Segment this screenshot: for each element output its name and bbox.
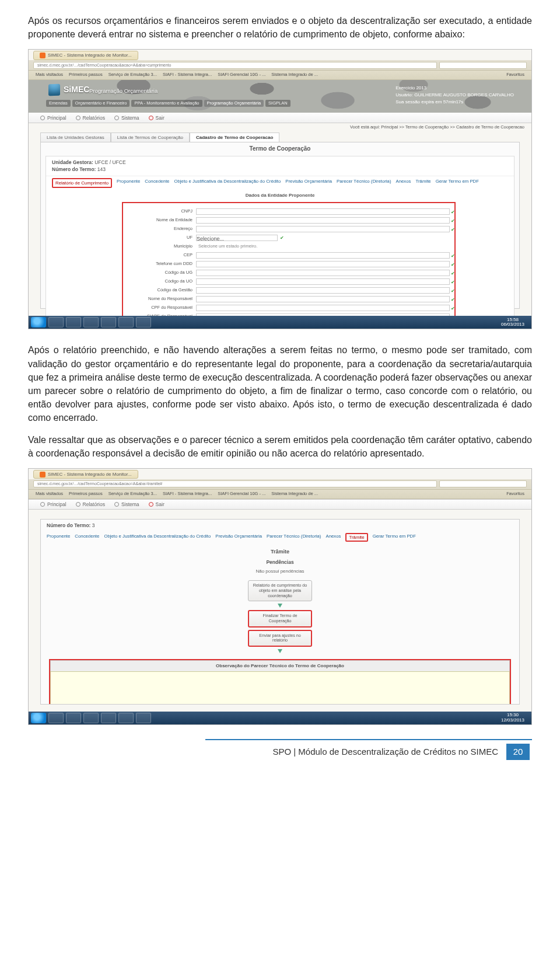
gear-icon — [114, 116, 119, 120]
nome-entidade-input[interactable]: ✔ — [196, 217, 450, 224]
observacao-textarea[interactable] — [50, 671, 510, 705]
start-button[interactable] — [31, 713, 46, 723]
nav-sistema[interactable]: Sistema — [114, 501, 139, 508]
taskbar-item[interactable] — [136, 713, 151, 723]
url-input[interactable]: simec.d.mec.gov.br/…/cadTermoCooperacao&… — [33, 480, 437, 487]
bookmark-item[interactable]: Serviço de Emulação 3... — [108, 72, 157, 78]
cpf-responsavel-input[interactable]: ✔ — [196, 305, 450, 311]
form-tab-tramite[interactable]: Trâmite — [345, 533, 368, 542]
endereco-input[interactable]: ✔ — [196, 226, 450, 232]
taskbar-item[interactable] — [66, 713, 81, 723]
form-tab[interactable]: Previsão Orçamentária — [215, 533, 262, 542]
codigo-ug-input[interactable]: ✔ — [196, 270, 450, 276]
bookmark-item[interactable]: Sistema Integrado de ... — [271, 491, 318, 497]
taskbar-item[interactable] — [83, 317, 99, 327]
bookmark-item[interactable]: Primeiros passos — [69, 491, 103, 497]
nav-sair[interactable]: Sair — [149, 114, 164, 121]
windows-taskbar: 15:30 12/03/2013 — [29, 712, 531, 724]
field-label: CPF do Responsável — [123, 305, 196, 311]
taskbar-item[interactable] — [101, 317, 116, 327]
inner-tabs: Lista de Unidades Gestoras Lista de Term… — [40, 133, 520, 142]
taskbar-item[interactable] — [136, 317, 151, 327]
gear-icon — [114, 502, 119, 507]
panel-tramite: Número do Termo: 3 Proponente Concedente… — [40, 519, 520, 705]
bookmark-favorites[interactable]: Favoritos — [506, 72, 524, 78]
nav-principal[interactable]: Principal — [40, 114, 66, 121]
bookmark-item[interactable]: SIAFI Gerencial 10G - ... — [218, 72, 265, 78]
inner-tab-active[interactable]: Cadastro de Termo de Cooperacao — [190, 133, 279, 142]
form-tabs: Proponente Concedente Objeto e Justifica… — [41, 531, 519, 543]
firefox-icon — [40, 53, 46, 58]
nav-relatorios[interactable]: Relatórios — [76, 114, 105, 121]
inner-tab[interactable]: Lista de Unidades Gestoras — [40, 133, 111, 142]
form-tab-relatorio[interactable]: Relatório de Cumprimento — [52, 178, 112, 188]
form-tab[interactable]: Objeto e Justificativa da Descentralizaç… — [174, 178, 281, 188]
bookmark-item[interactable]: SIAFI - Sistema Integra... — [163, 491, 212, 497]
nav-relatorios[interactable]: Relatórios — [76, 501, 105, 508]
cep-input[interactable]: ✔ — [196, 252, 450, 259]
footer-divider — [205, 739, 532, 740]
taskbar-item[interactable] — [48, 713, 64, 723]
taskbar-item[interactable] — [118, 317, 134, 327]
highlighted-form-area: CNPJ✔ Nome da Entidade✔ Endereço✔ UFSele… — [122, 202, 456, 329]
bookmark-item[interactable]: Mais visitados — [36, 72, 63, 78]
bookmark-favorites[interactable]: Favoritos — [506, 491, 524, 497]
nav-sair[interactable]: Sair — [149, 501, 164, 508]
check-icon: ✔ — [451, 270, 455, 277]
field-label: CNPJ — [123, 208, 196, 215]
cnpj-input[interactable]: ✔ — [196, 208, 450, 215]
form-tab[interactable]: Parecer Técnico (Diretoria) — [267, 533, 321, 542]
bookmark-item[interactable]: SIAFI - Sistema Integra... — [163, 72, 212, 78]
panel-termo: Termo de Cooperação Unidade Gestora: UFC… — [40, 142, 520, 309]
taskbar-item[interactable] — [118, 713, 134, 723]
form-tab[interactable]: Concedente — [75, 533, 99, 542]
bookmark-item[interactable]: Primeiros passos — [69, 72, 103, 78]
nome-responsavel-input[interactable]: ✔ — [196, 296, 450, 302]
simec-subtitle: Programação Orçamentária — [89, 87, 158, 95]
bookmark-item[interactable]: Serviço de Emulação 3... — [108, 491, 157, 497]
form-tab[interactable]: Proponente — [47, 533, 70, 542]
flow-action-finalizar[interactable]: Finalizar Termo de Cooperação — [248, 610, 312, 627]
flow-state-current: Relatório de cumprimento do objeto em an… — [248, 580, 312, 601]
module-tab[interactable]: Orçamentário e Financeiro — [72, 100, 130, 107]
form-tab[interactable]: Concedente — [145, 178, 169, 188]
form-tab[interactable]: Trâmite — [416, 178, 431, 188]
nav-principal[interactable]: Principal — [40, 501, 66, 508]
module-tab[interactable]: Emendas — [46, 100, 71, 107]
flow-action-devolver[interactable]: Enviar para ajustes no relatório — [248, 630, 312, 647]
form-tab[interactable]: Anexos — [326, 533, 341, 542]
form-tab[interactable]: Gerar Termo em PDF — [373, 533, 416, 542]
browser-search-input[interactable] — [439, 480, 527, 487]
form-tab[interactable]: Anexos — [396, 178, 411, 188]
browser-search-input[interactable] — [439, 62, 527, 69]
check-icon: ✔ — [451, 305, 455, 312]
taskbar-item[interactable] — [83, 713, 99, 723]
user-label: Usuário: — [396, 92, 413, 97]
telefone-input[interactable]: ✔ — [196, 261, 450, 267]
form-tab[interactable]: Proponente — [117, 178, 140, 188]
codigo-gestao-input[interactable]: ✔ — [196, 287, 450, 294]
form-tab[interactable]: Previsão Orçamentária — [285, 178, 332, 188]
bookmark-item[interactable]: Mais visitados — [36, 491, 63, 497]
taskbar-item[interactable] — [66, 317, 81, 327]
module-tab[interactable]: PPA - Monitoramento e Avaliação — [131, 100, 202, 107]
taskbar-item[interactable] — [48, 317, 64, 327]
url-input[interactable]: simec.d.mec.gov.br/…/cadTermoCooperacao&… — [33, 62, 437, 69]
taskbar-item[interactable] — [101, 713, 116, 723]
uf-select[interactable]: Selecione... — [196, 235, 278, 241]
nav-sistema[interactable]: Sistema — [114, 114, 139, 121]
form-tab[interactable]: Gerar Termo em PDF — [436, 178, 479, 188]
inner-tab[interactable]: Lista de Termos de Cooperação — [111, 133, 190, 142]
module-tab[interactable]: SIGPLAN — [265, 100, 290, 107]
start-button[interactable] — [31, 317, 46, 327]
browser-tab[interactable]: SIMEC - Sistema Integrado de Monitor... — [33, 51, 138, 60]
check-icon: ✔ — [451, 279, 455, 286]
bookmark-item[interactable]: Sistema Integrado de ... — [271, 72, 318, 78]
bookmark-item[interactable]: SIAFI Gerencial 10G - ... — [218, 491, 265, 497]
codigo-uo-input[interactable]: ✔ — [196, 278, 450, 285]
module-tab-active[interactable]: Programação Orçamentária — [204, 100, 264, 107]
browser-tab[interactable]: SIMEC - Sistema Integrado de Monitor... — [33, 470, 138, 479]
form-tab[interactable]: Objeto e Justificativa da Descentralizaç… — [104, 533, 211, 542]
screenshot-simec-relatorio: SIMEC - Sistema Integrado de Monitor... … — [28, 49, 532, 329]
form-tab[interactable]: Parecer Técnico (Diretoria) — [337, 178, 391, 188]
